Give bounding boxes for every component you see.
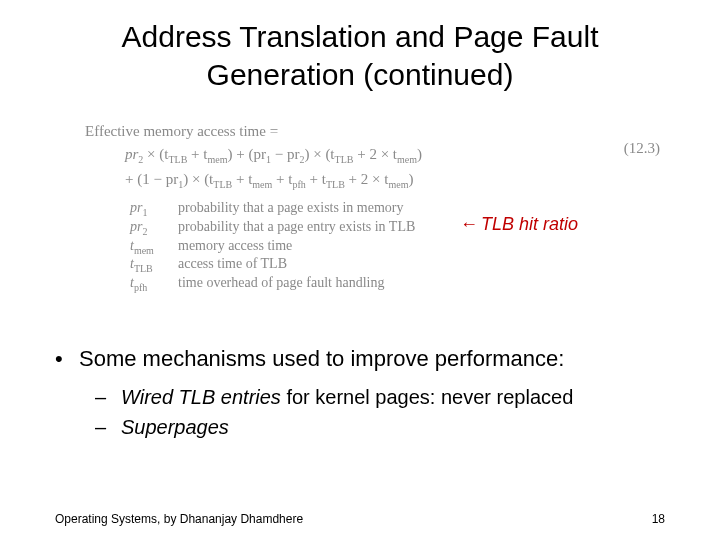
- sub-bullet-2: – Superpages: [95, 414, 680, 440]
- slide-number: 18: [652, 512, 665, 526]
- def-row: pr1 probability that a page exists in me…: [130, 200, 415, 218]
- dash-icon: –: [95, 384, 121, 410]
- sub-bullet-1: – Wired TLB entries for kernel pages: ne…: [95, 384, 680, 410]
- slide-title: Address Translation and Page Fault Gener…: [0, 18, 720, 93]
- annotation-tlb-hit-ratio: ← TLB hit ratio: [460, 214, 578, 235]
- definitions-table: pr1 probability that a page exists in me…: [130, 200, 415, 294]
- bullet-list: • Some mechanisms used to improve perfor…: [55, 345, 680, 444]
- def-row: tTLB access time of TLB: [130, 256, 415, 274]
- bullet-icon: •: [55, 345, 79, 374]
- formula-line-3: + (1 − pr1) × (tTLB + tmem + tpfh + tTLB…: [85, 168, 665, 193]
- footer-attribution: Operating Systems, by Dhananjay Dhamdher…: [55, 512, 303, 526]
- equation-number: (12.3): [624, 140, 660, 157]
- def-row: tmem memory access time: [130, 238, 415, 256]
- def-row: pr2 probability that a page entry exists…: [130, 219, 415, 237]
- arrow-left-icon: ←: [460, 214, 478, 235]
- bullet-1: • Some mechanisms used to improve perfor…: [55, 345, 680, 374]
- formula-block: Effective memory access time = pr2 × (tT…: [85, 120, 665, 192]
- dash-icon: –: [95, 414, 121, 440]
- def-row: tpfh time overhead of page fault handlin…: [130, 275, 415, 293]
- title-line-2: Generation (continued): [207, 58, 514, 91]
- formula-lead: Effective memory access time =: [85, 123, 278, 139]
- annotation-text: TLB hit ratio: [481, 214, 578, 235]
- title-line-1: Address Translation and Page Fault: [122, 20, 599, 53]
- slide: Address Translation and Page Fault Gener…: [0, 0, 720, 540]
- formula-line-2: pr2 × (tTLB + tmem) + (pr1 − pr2) × (tTL…: [85, 143, 665, 168]
